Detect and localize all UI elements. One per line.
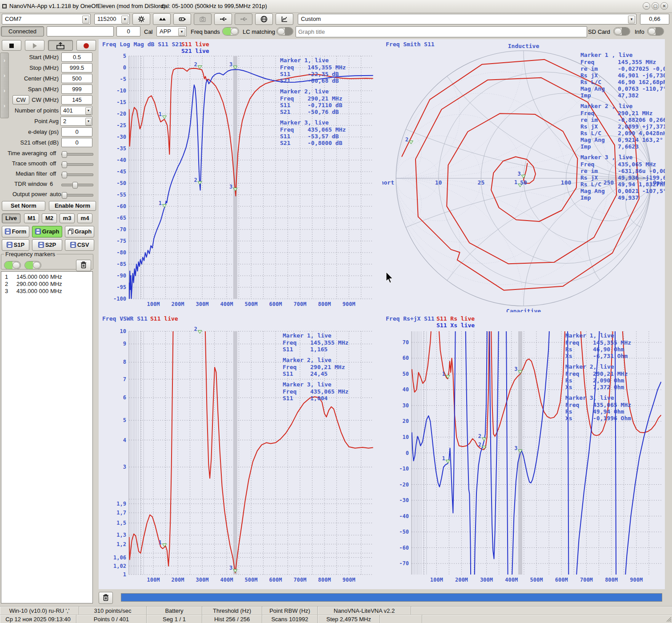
- chevron-down-icon[interactable]: ▾: [85, 118, 92, 125]
- output-power-slider[interactable]: [61, 194, 93, 197]
- vswr-chart[interactable]: 1231098765431,91,71,51,31,21,061,021100M…: [99, 314, 382, 589]
- set-norm-button[interactable]: Set Norm: [2, 201, 45, 211]
- enable-norm-button[interactable]: Enable Norm: [49, 201, 96, 211]
- svg-text:70: 70: [403, 339, 409, 346]
- slider-knob[interactable]: [72, 182, 78, 189]
- list-item[interactable]: 1145.000 000 MHz: [1, 273, 92, 281]
- sd-card-toggle[interactable]: [613, 27, 630, 36]
- globe-button[interactable]: [255, 13, 273, 25]
- field-label: Span (MHz): [0, 86, 59, 92]
- svg-text:Marker 2, live: Marker 2, live: [565, 363, 614, 370]
- median-filter-slider[interactable]: [61, 173, 93, 176]
- e-delay-ps--field[interactable]: 0: [61, 127, 92, 137]
- frequency-markers-group: Frequency markers: [1, 251, 93, 269]
- velocity-factor-field[interactable]: 0,66: [640, 14, 669, 24]
- cal-mode-select[interactable]: APP▾: [156, 26, 187, 36]
- maximize-button[interactable]: ▢: [652, 2, 659, 10]
- slider-label: Trace smooth: [0, 160, 47, 167]
- baud-rate-select[interactable]: 115200▾: [94, 14, 130, 24]
- sweep-progress-bar[interactable]: [121, 593, 662, 602]
- command-field[interactable]: [47, 26, 114, 36]
- svg-text:Freq: Freq: [283, 364, 296, 370]
- marker-toggle-1[interactable]: [4, 261, 21, 269]
- cal-slot-field[interactable]: 0: [116, 26, 140, 36]
- svg-text:1,004: 1,004: [310, 395, 328, 402]
- chevron-down-icon[interactable]: ▾: [121, 16, 128, 24]
- median-filter-slider-row: Median filteroff: [0, 169, 96, 178]
- export-image-button[interactable]: [48, 40, 73, 51]
- lc-matching-label: LC matching: [243, 28, 275, 35]
- com-port-select[interactable]: COM7▾: [2, 14, 91, 24]
- chart-button[interactable]: [276, 13, 293, 25]
- time-averaging-slider[interactable]: [61, 153, 93, 156]
- marker-toggle-2[interactable]: [24, 261, 41, 269]
- cw-button[interactable]: CW: [12, 95, 29, 105]
- memory-button-m4[interactable]: m4: [77, 213, 92, 223]
- tdr-window-slider[interactable]: [61, 184, 93, 186]
- save-form-button[interactable]: Form: [2, 226, 29, 237]
- chevron-down-icon[interactable]: ▾: [85, 107, 92, 115]
- delete-markers-button[interactable]: [76, 260, 91, 271]
- export-s2p-button[interactable]: S2P: [32, 239, 62, 251]
- save-graph-button[interactable]: Graph: [65, 226, 94, 237]
- svg-text:Freq: Freq: [280, 95, 294, 102]
- arrows-up-button[interactable]: [153, 13, 171, 25]
- svg-text:290,21 MHz: 290,21 MHz: [618, 110, 652, 117]
- settings-button[interactable]: [132, 13, 150, 25]
- memory-button-m3[interactable]: m3: [60, 213, 75, 223]
- svg-text:-10: -10: [116, 88, 126, 94]
- svg-text:1,3: 1,3: [116, 532, 126, 538]
- minimize-button[interactable]: –: [643, 2, 650, 10]
- usb-button[interactable]: [214, 13, 232, 25]
- slider-knob[interactable]: [62, 172, 67, 178]
- connected-button[interactable]: Connected: [1, 26, 44, 36]
- status-cell: NanoVNA-LiteVNA v2.2: [318, 607, 411, 615]
- info-toggle[interactable]: [647, 27, 664, 36]
- record-button[interactable]: [76, 40, 96, 51]
- status-cell: [422, 615, 672, 623]
- s21-offset-db--field[interactable]: 0: [61, 138, 92, 147]
- freq-bands-toggle[interactable]: [222, 27, 239, 36]
- chevron-down-icon[interactable]: ▾: [178, 28, 185, 36]
- number-of-points-select[interactable]: 401▾: [60, 106, 92, 115]
- smith-chart[interactable]: 123InductiveCapacitiveShort102550100250O…: [382, 39, 665, 312]
- slider-knob[interactable]: [62, 161, 67, 168]
- span-mhz--field[interactable]: 999: [61, 84, 92, 94]
- export-s1p-button[interactable]: S1P: [2, 239, 29, 251]
- svg-text:900M: 900M: [343, 577, 356, 583]
- svg-text:Rs jX: Rs jX: [580, 174, 598, 181]
- trace-smooth-slider[interactable]: [61, 163, 93, 166]
- memory-button-live[interactable]: Live: [2, 213, 20, 223]
- single-sweep-button[interactable]: [25, 40, 44, 51]
- point-avg-select[interactable]: 2▾: [60, 117, 92, 126]
- resize-grip[interactable]: [666, 616, 672, 622]
- list-item[interactable]: 3435.000 000 MHz: [1, 288, 92, 295]
- chevron-down-icon[interactable]: ▾: [82, 16, 89, 24]
- freq-bands-label: Freq bands: [191, 28, 220, 35]
- slider-knob[interactable]: [62, 151, 67, 158]
- cw-mhz--field[interactable]: 145: [61, 95, 92, 105]
- svg-text:Freq: Freq: [580, 161, 594, 168]
- center-mhz--field[interactable]: 500: [61, 74, 92, 83]
- slider-knob[interactable]: [62, 192, 67, 199]
- logmag-chart[interactable]: 11223350-5-10-15-20-25-30-35-40-45-50-55…: [99, 39, 382, 312]
- chevron-down-icon[interactable]: ▾: [628, 16, 635, 24]
- list-item[interactable]: 2290.000 000 MHz: [1, 281, 92, 288]
- lc-matching-toggle[interactable]: [276, 27, 293, 36]
- stop-button[interactable]: [2, 40, 21, 51]
- stop-mhz--field[interactable]: 999.5: [61, 63, 92, 72]
- frequency-marker-list[interactable]: 1145.000 000 MHz2290.000 000 MHz3435.000…: [1, 271, 93, 603]
- memory-button-m2[interactable]: M2: [42, 213, 57, 223]
- save-graph-button[interactable]: Graph: [32, 226, 62, 237]
- export-csv-button[interactable]: CSV: [65, 239, 94, 251]
- profile-select[interactable]: Custom▾: [298, 14, 636, 24]
- memory-button-m1[interactable]: M1: [24, 213, 39, 223]
- battery-button[interactable]: [173, 13, 191, 25]
- close-button[interactable]: ✕: [660, 2, 668, 10]
- svg-text:300M: 300M: [196, 301, 209, 307]
- svg-text:700M: 700M: [580, 577, 593, 583]
- start-mhz--field[interactable]: 0.5: [61, 52, 92, 62]
- clear-traces-button[interactable]: [99, 592, 113, 604]
- graph-title-input[interactable]: [296, 26, 587, 37]
- rsjx-chart[interactable]: 112233706050403020100-10-20-30-40-50-60-…: [382, 314, 665, 589]
